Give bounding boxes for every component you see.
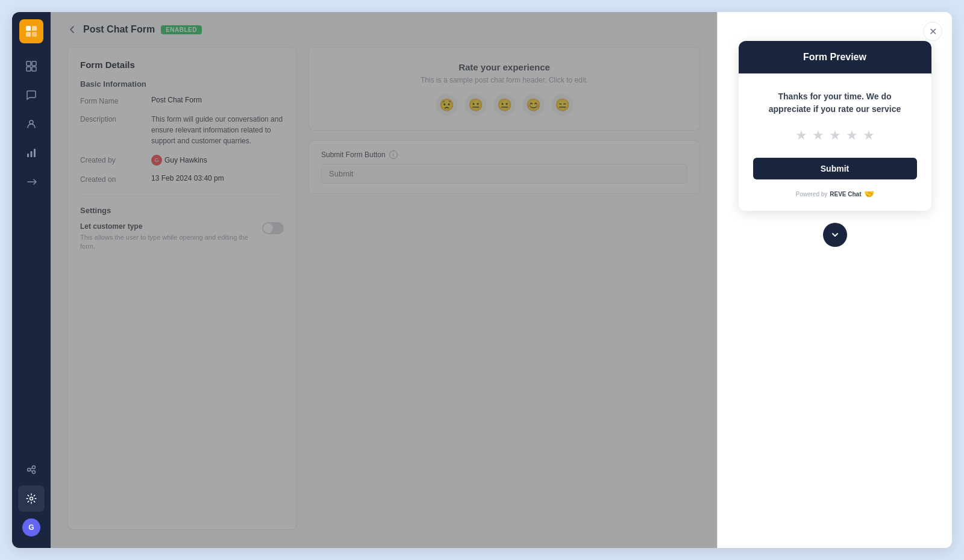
- rate-subtitle: This is a sample post chat form header. …: [321, 76, 687, 84]
- form-details-title: Form Details: [80, 60, 284, 70]
- preview-card: Form Preview Thanks for your time. We do…: [739, 41, 931, 211]
- svg-rect-3: [32, 32, 37, 37]
- reve-logo: REVE Chat: [830, 191, 861, 198]
- toggle-desc: This allows the user to type while openi…: [80, 233, 262, 252]
- preview-panel: ✕ Form Preview Thanks for your time. We …: [717, 12, 952, 548]
- svg-point-8: [30, 120, 33, 124]
- let-customer-type-toggle[interactable]: [262, 222, 284, 234]
- svg-point-14: [33, 471, 36, 474]
- svg-rect-6: [27, 67, 31, 71]
- svg-rect-11: [34, 149, 36, 157]
- star-1[interactable]: ★: [795, 128, 807, 143]
- back-button[interactable]: [67, 25, 77, 34]
- emoji-very-sad[interactable]: 😟: [436, 94, 457, 116]
- submit-label-row: Submit Form Button i: [321, 151, 687, 159]
- svg-point-12: [28, 468, 31, 471]
- emoji-sad[interactable]: 😐: [465, 94, 486, 116]
- sidebar: G: [12, 12, 51, 548]
- sidebar-item-integrations[interactable]: [18, 456, 45, 483]
- form-name-row: Form Name Post Chat Form: [80, 96, 284, 105]
- preview-submit-button[interactable]: Submit: [753, 158, 917, 179]
- created-on-label: Created on: [80, 174, 146, 184]
- emoji-row: 😟 😐 😐 😊 😑: [321, 94, 687, 116]
- sidebar-logo: [19, 19, 43, 43]
- preview-header: Form Preview: [739, 41, 931, 73]
- sidebar-item-campaigns[interactable]: [18, 169, 45, 195]
- created-on-value: 13 Feb 2024 03:40 pm: [151, 174, 284, 184]
- let-customer-type-row: Let customer type This allows the user t…: [80, 222, 284, 252]
- svg-point-13: [33, 466, 36, 469]
- basic-info-title: Basic Information: [80, 79, 284, 89]
- created-by-value: G Guy Hawkins: [151, 155, 284, 166]
- svg-rect-9: [27, 154, 29, 157]
- powered-by: Powered by REVE Chat 🤝: [753, 189, 917, 199]
- form-details-panel: Form Details Basic Information Form Name…: [67, 47, 296, 530]
- svg-line-16: [31, 470, 33, 471]
- submit-button-label: Submit Form Button: [321, 151, 386, 159]
- svg-rect-5: [32, 61, 36, 66]
- svg-point-17: [30, 497, 33, 500]
- svg-rect-4: [27, 61, 31, 66]
- preview-body: Thanks for your time. We do appreciate i…: [739, 73, 931, 211]
- creator-avatar: G: [151, 155, 162, 166]
- svg-rect-10: [31, 151, 33, 157]
- created-by-label: Created by: [80, 155, 146, 166]
- submit-card: Submit Form Button i: [308, 140, 700, 194]
- rate-title: Rate your experience: [321, 62, 687, 72]
- svg-rect-0: [26, 26, 31, 31]
- star-5[interactable]: ★: [863, 128, 875, 143]
- sidebar-item-contacts[interactable]: [18, 111, 45, 137]
- toggle-label: Let customer type: [80, 222, 262, 231]
- svg-rect-1: [32, 26, 37, 31]
- expand-button[interactable]: [823, 223, 847, 247]
- description-label: Description: [80, 114, 146, 146]
- right-column: Rate your experience This is a sample po…: [308, 47, 700, 530]
- form-name-label: Form Name: [80, 96, 146, 105]
- star-2[interactable]: ★: [812, 128, 824, 143]
- svg-rect-7: [32, 67, 36, 71]
- page-title: Post Chat Form: [83, 24, 155, 35]
- status-badge: ENABLED: [161, 25, 202, 34]
- created-on-row: Created on 13 Feb 2024 03:40 pm: [80, 174, 284, 184]
- content-columns: Form Details Basic Information Form Name…: [67, 47, 700, 530]
- stars-row: ★ ★ ★ ★ ★: [753, 128, 917, 143]
- info-icon[interactable]: i: [389, 151, 398, 159]
- svg-line-15: [31, 468, 33, 469]
- app-container: G Post Chat Form ENABLED Form Details: [12, 12, 952, 548]
- settings-title: Settings: [80, 206, 284, 215]
- top-bar: Post Chat Form ENABLED: [67, 24, 700, 35]
- star-4[interactable]: ★: [846, 128, 858, 143]
- description-row: Description This form will guide our con…: [80, 114, 284, 146]
- emoji-happy[interactable]: 😊: [522, 94, 544, 116]
- svg-rect-2: [26, 32, 31, 37]
- emoji-neutral[interactable]: 😐: [493, 94, 515, 116]
- created-by-row: Created by G Guy Hawkins: [80, 155, 284, 166]
- emoji-very-happy[interactable]: 😑: [551, 94, 573, 116]
- main-content: Post Chat Form ENABLED Form Details Basi…: [51, 12, 717, 548]
- submit-input[interactable]: [321, 164, 687, 184]
- toggle-info: Let customer type This allows the user t…: [80, 222, 262, 252]
- star-3[interactable]: ★: [829, 128, 841, 143]
- sidebar-item-reports[interactable]: [18, 140, 45, 166]
- description-value: This form will guide our conversation an…: [151, 114, 284, 146]
- preview-message: Thanks for your time. We do appreciate i…: [753, 90, 917, 116]
- close-preview-button[interactable]: ✕: [923, 22, 942, 41]
- rate-card: Rate your experience This is a sample po…: [308, 47, 700, 131]
- form-name-value: Post Chat Form: [151, 96, 284, 105]
- sidebar-item-profile[interactable]: G: [18, 514, 45, 541]
- sidebar-item-dashboard[interactable]: [18, 53, 45, 79]
- settings-section: Settings Let customer type This allows t…: [80, 196, 284, 252]
- sidebar-item-chat[interactable]: [18, 82, 45, 108]
- sidebar-item-settings[interactable]: [18, 485, 45, 512]
